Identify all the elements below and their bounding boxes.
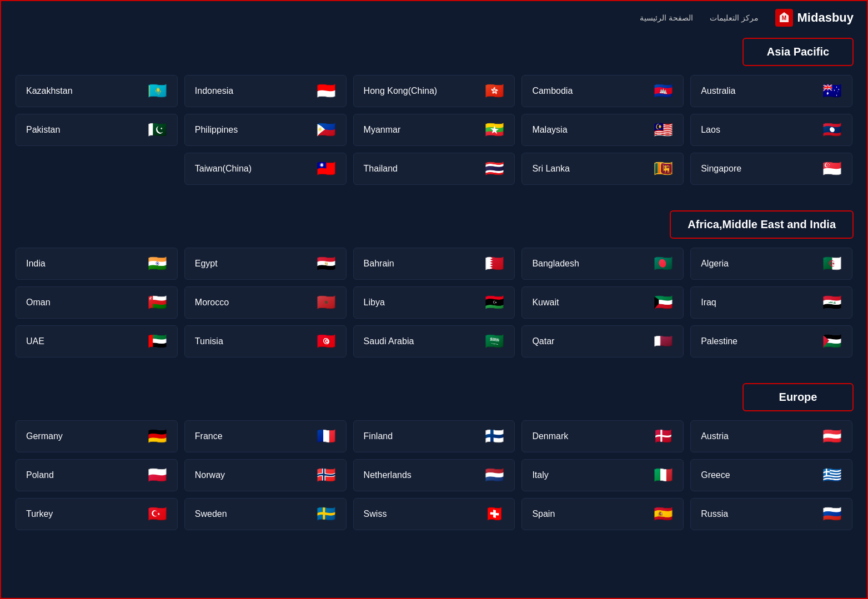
country-name: Kazakhstan (26, 86, 73, 96)
country-card-sri-lanka[interactable]: Sri Lanka🇱🇰 (521, 153, 684, 185)
country-name: Myanmar (364, 125, 401, 135)
country-card-sweden[interactable]: Sweden🇸🇪 (184, 498, 347, 530)
country-name: Hong Kong(China) (364, 86, 438, 96)
country-card-australia[interactable]: Australia🇦🇺 (690, 75, 852, 107)
country-flag: 🇭🇰 (485, 83, 504, 99)
country-name: Morocco (195, 298, 229, 308)
country-flag: 🇮🇳 (148, 256, 167, 271)
country-name: Turkey (26, 509, 53, 519)
country-card-india[interactable]: India🇮🇳 (16, 248, 178, 280)
country-card-bangladesh[interactable]: Bangladesh🇧🇩 (521, 248, 684, 280)
country-name: Cambodia (532, 86, 573, 96)
country-flag: 🇸🇦 (485, 334, 504, 349)
country-name: Germany (26, 431, 63, 441)
country-card-indonesia[interactable]: Indonesia🇮🇩 (184, 75, 347, 107)
country-card-egypt[interactable]: Egypt🇪🇬 (184, 248, 347, 280)
country-name: Philippines (195, 125, 238, 135)
country-card-iraq[interactable]: Iraq🇮🇶 (690, 286, 852, 319)
country-flag: 🇸🇬 (822, 161, 842, 177)
country-card-singapore[interactable]: Singapore🇸🇬 (690, 153, 852, 185)
country-name: Pakistan (26, 125, 60, 135)
country-card-malaysia[interactable]: Malaysia🇲🇾 (521, 114, 684, 146)
country-name: Poland (26, 470, 54, 480)
header: الصفحة الرئيسية مركز التعليمات M Midasbu… (1, 1, 867, 32)
country-flag: 🇹🇷 (148, 506, 167, 522)
empty-cell (16, 153, 178, 185)
country-flag: 🇩🇿 (822, 256, 842, 271)
country-name: Sri Lanka (532, 164, 570, 174)
country-card-swiss[interactable]: Swiss🇨🇭 (353, 498, 515, 530)
country-flag: 🇲🇦 (317, 295, 336, 310)
country-card-netherlands[interactable]: Netherlands🇳🇱 (353, 459, 515, 491)
country-flag: 🇦🇺 (822, 83, 842, 99)
country-name: Finland (364, 431, 393, 441)
country-card-algeria[interactable]: Algeria🇩🇿 (690, 248, 852, 280)
country-card-philippines[interactable]: Philippines🇵🇭 (184, 114, 347, 146)
country-card-norway[interactable]: Norway🇳🇴 (184, 459, 347, 491)
section-title-europe: Europe (742, 383, 854, 411)
country-card-taiwan-china-[interactable]: Taiwan(China)🇹🇼 (184, 153, 347, 185)
country-flag: 🇵🇸 (822, 334, 842, 349)
country-name: France (195, 431, 223, 441)
country-card-morocco[interactable]: Morocco🇲🇦 (184, 286, 347, 319)
country-card-austria[interactable]: Austria🇦🇹 (690, 420, 852, 452)
country-card-kuwait[interactable]: Kuwait🇰🇼 (521, 286, 684, 319)
country-flag: 🇳🇱 (485, 467, 504, 483)
country-name: Palestine (701, 336, 737, 346)
country-card-russia[interactable]: Russia🇷🇺 (690, 498, 852, 530)
country-card-saudi-arabia[interactable]: Saudi Arabia🇸🇦 (353, 325, 515, 358)
home-link[interactable]: الصفحة الرئيسية (640, 13, 693, 22)
country-card-kazakhstan[interactable]: Kazakhstan🇰🇿 (16, 75, 178, 107)
logo-text: Midasbuy (797, 11, 854, 25)
section-header-europe: Europe (1, 377, 867, 417)
country-flag: 🇰🇿 (148, 83, 167, 99)
country-card-libya[interactable]: Libya🇱🇾 (353, 286, 515, 319)
country-name: Singapore (701, 164, 741, 174)
sections-container: Asia PacificKazakhstan🇰🇿Indonesia🇮🇩Hong … (1, 32, 867, 550)
section-spacer (1, 533, 867, 550)
country-flag: 🇩🇪 (148, 429, 167, 444)
country-card-turkey[interactable]: Turkey🇹🇷 (16, 498, 178, 530)
country-card-poland[interactable]: Poland🇵🇱 (16, 459, 178, 491)
country-card-finland[interactable]: Finland🇫🇮 (353, 420, 515, 452)
country-name: Bangladesh (532, 259, 579, 269)
logo: M Midasbuy (775, 9, 854, 27)
country-name: Spain (532, 509, 555, 519)
country-flag: 🇰🇼 (654, 295, 673, 310)
section-title-africa-middle-east-india: Africa,Middle East and India (670, 210, 854, 239)
country-grid-africa-middle-east-india: India🇮🇳Egypt🇪🇬Bahrain🇧🇭Bangladesh🇧🇩Alger… (1, 244, 867, 361)
country-card-laos[interactable]: Laos🇱🇦 (690, 114, 852, 146)
country-card-cambodia[interactable]: Cambodia🇰🇭 (521, 75, 684, 107)
section-header-asia-pacific: Asia Pacific (1, 32, 867, 72)
country-flag: 🇵🇰 (148, 122, 167, 138)
page-wrapper: الصفحة الرئيسية مركز التعليمات M Midasbu… (0, 0, 868, 599)
country-flag: 🇱🇰 (654, 161, 673, 177)
settings-link[interactable]: مركز التعليمات (710, 13, 759, 22)
country-card-qatar[interactable]: Qatar🇶🇦 (521, 325, 684, 358)
country-card-thailand[interactable]: Thailand🇹🇭 (353, 153, 515, 185)
country-flag: 🇳🇴 (317, 467, 336, 483)
country-flag: 🇩🇰 (654, 429, 673, 444)
country-grid-europe: Germany🇩🇪France🇫🇷Finland🇫🇮Denmark🇩🇰Austr… (1, 417, 867, 533)
country-card-bahrain[interactable]: Bahrain🇧🇭 (353, 248, 515, 280)
country-flag: 🇪🇬 (317, 256, 336, 271)
country-name: Sweden (195, 509, 227, 519)
country-card-palestine[interactable]: Palestine🇵🇸 (690, 325, 852, 358)
country-card-germany[interactable]: Germany🇩🇪 (16, 420, 178, 452)
country-card-italy[interactable]: Italy🇮🇹 (521, 459, 684, 491)
country-card-uae[interactable]: UAE🇦🇪 (16, 325, 178, 358)
country-card-tunisia[interactable]: Tunisia🇹🇳 (184, 325, 347, 358)
country-name: Norway (195, 470, 225, 480)
country-card-oman[interactable]: Oman🇴🇲 (16, 286, 178, 319)
country-card-france[interactable]: France🇫🇷 (184, 420, 347, 452)
country-card-denmark[interactable]: Denmark🇩🇰 (521, 420, 684, 452)
country-flag: 🇴🇲 (148, 295, 167, 310)
country-card-hong-kong-china-[interactable]: Hong Kong(China)🇭🇰 (353, 75, 515, 107)
country-name: Laos (701, 125, 720, 135)
country-name: Qatar (532, 336, 554, 346)
country-card-myanmar[interactable]: Myanmar🇲🇲 (353, 114, 515, 146)
country-card-spain[interactable]: Spain🇪🇸 (521, 498, 684, 530)
country-card-pakistan[interactable]: Pakistan🇵🇰 (16, 114, 178, 146)
country-card-greece[interactable]: Greece🇬🇷 (690, 459, 852, 491)
country-name: Egypt (195, 259, 218, 269)
